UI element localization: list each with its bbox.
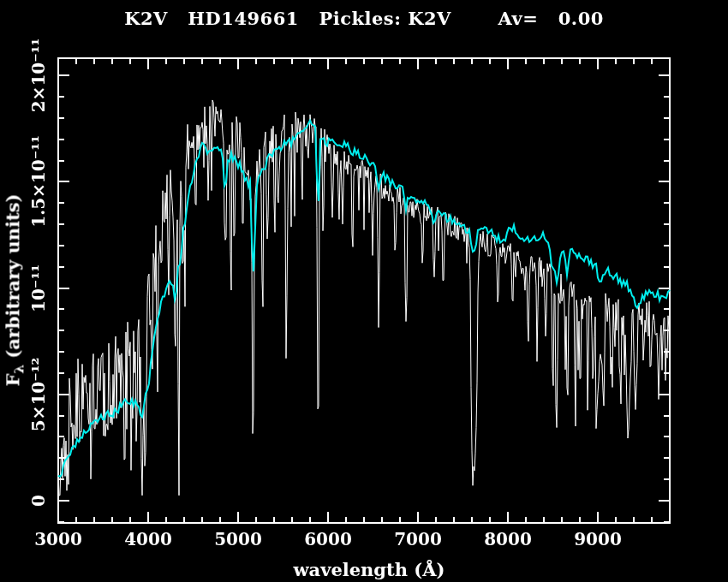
y-tick-label: 5×10⁻¹² [28,357,49,431]
spectrum-plot-canvas [0,0,728,582]
x-tick-label: 4000 [124,529,172,549]
plot-title: K2V HD149661 Pickles: K2V Av= 0.00 [124,8,604,29]
y-tick-label: 1.5×10⁻¹¹ [28,136,49,228]
x-tick-label: 6000 [304,529,352,549]
x-axis-title: wavelength (Å) [294,559,445,580]
x-tick-label: 3000 [34,529,82,549]
y-tick-label: 0 [28,495,49,507]
y-axis-title: Fλ (arbitrary units) [2,194,27,387]
flux-units-text: (arbitrary units) [2,194,23,365]
flux-subscript-lambda: λ [12,365,27,374]
x-tick-label: 9000 [574,529,622,549]
x-tick-label: 5000 [214,529,262,549]
y-tick-label: 2×10⁻¹¹ [28,39,49,113]
x-tick-label: 7000 [394,529,442,549]
y-tick-label: 10⁻¹¹ [28,264,49,312]
spectrum-plot-window: K2V HD149661 Pickles: K2V Av= 0.00 wavel… [0,0,728,582]
x-tick-label: 8000 [484,529,532,549]
flux-symbol: F [2,374,23,387]
